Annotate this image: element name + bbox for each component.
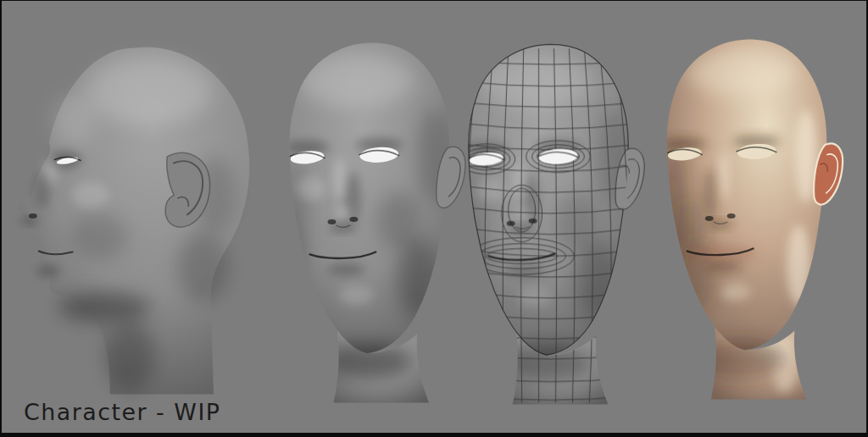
render-canvas: Character - WIP — [2, 1, 866, 433]
caption: Character - WIP — [24, 399, 221, 425]
profile-nostril — [29, 213, 37, 218]
render-frame: Character - WIP — [0, 0, 868, 437]
